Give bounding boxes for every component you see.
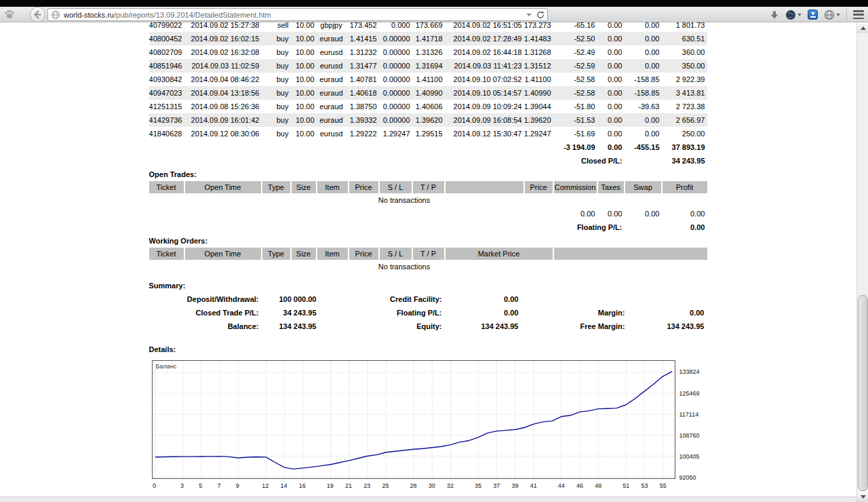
cell: 1.31477 xyxy=(349,59,379,73)
cell: 10.00 xyxy=(291,86,317,100)
cell: 0.00 xyxy=(597,73,625,86)
report-page: 407990222014.09.02 15:27:38sell10.00gbpj… xyxy=(0,22,856,497)
cell: -51.53 xyxy=(553,113,597,127)
vertical-scrollbar[interactable] xyxy=(856,22,868,502)
cell: 0.00 xyxy=(625,127,662,140)
download-button[interactable] xyxy=(770,10,779,20)
cell: euraud xyxy=(317,113,349,127)
summary-label: Margin: xyxy=(521,306,627,320)
summary-label: Floating P/L: xyxy=(319,306,444,320)
cell: 1.39620 xyxy=(524,113,553,127)
summary-value: 0.00 xyxy=(444,292,521,306)
column-header: Price xyxy=(524,181,553,193)
cell: 2 656.97 xyxy=(662,113,707,127)
cell: 1.41483 xyxy=(524,32,553,45)
x-tick-label: 3 xyxy=(176,482,187,489)
x-tick-label: 9 xyxy=(232,482,243,489)
cell: 10.00 xyxy=(291,22,317,32)
cell: -51.69 xyxy=(553,127,597,140)
no-transactions: No transactions xyxy=(149,193,662,207)
x-tick-label: 41 xyxy=(528,482,539,489)
column-header: Type xyxy=(262,248,291,260)
extension-video-download-icon[interactable] xyxy=(808,9,818,20)
balance-line xyxy=(155,372,671,469)
url-bar[interactable]: world-stocks.ru/pub/reports/13.09.2014/D… xyxy=(47,8,548,21)
cell: 0.00 xyxy=(597,100,625,113)
cell: 2014.09.02 16:32:08 xyxy=(184,45,262,59)
url-domain: world-stocks.ru xyxy=(64,11,114,19)
reload-icon[interactable] xyxy=(536,10,545,20)
url-text: world-stocks.ru/pub/reports/13.09.2014/D… xyxy=(64,11,524,19)
chevron-down-icon xyxy=(797,14,802,16)
x-tick-label: 19 xyxy=(325,482,336,489)
hamburger-bar xyxy=(853,14,864,16)
x-tick-label: 37 xyxy=(491,482,502,489)
closed-pl-row: Closed P/L:34 243.95 xyxy=(149,154,707,168)
cell: 10.00 xyxy=(291,100,317,113)
cell: 0.00 xyxy=(625,22,662,32)
cell: 1.40606 xyxy=(412,100,445,113)
cell: -158.85 xyxy=(625,73,662,86)
toolbar-icon-cluster xyxy=(770,7,864,22)
extension-dark-globe-button[interactable] xyxy=(785,9,802,20)
cell: eurusd xyxy=(317,127,349,140)
cell: -158.85 xyxy=(625,86,662,100)
column-header: T / P xyxy=(412,181,445,193)
total-profit: 37 893.19 xyxy=(662,140,707,154)
column-header: Swap xyxy=(625,181,662,193)
download-icon xyxy=(770,10,779,20)
cell: 40930842 xyxy=(149,73,184,86)
cell: 10.00 xyxy=(291,73,317,86)
back-button[interactable] xyxy=(30,7,45,22)
cell: 1.41100 xyxy=(412,73,445,86)
scroll-down-button[interactable] xyxy=(857,491,868,502)
summary-label: Equity: xyxy=(319,320,444,333)
cell: 0.00 xyxy=(662,207,707,220)
menu-button[interactable] xyxy=(853,10,864,19)
paw-extension-icon[interactable] xyxy=(4,9,15,20)
urlbar-dropdown-icon[interactable] xyxy=(526,14,532,16)
summary-label: Credit Facility: xyxy=(319,292,444,306)
cell: gbpjpy xyxy=(317,22,349,32)
cell: -39.63 xyxy=(625,100,662,113)
x-tick-label: 16 xyxy=(297,482,308,489)
cell xyxy=(149,140,524,154)
cell: 0.00 xyxy=(597,86,625,100)
scroll-up-button[interactable] xyxy=(857,22,868,33)
y-tick-label: 100405 xyxy=(679,453,700,460)
cell: 2014.09.09 16:08:54 xyxy=(445,113,524,127)
y-tick-label: 133824 xyxy=(679,368,700,375)
cell: 0.00000 xyxy=(379,73,412,86)
back-arrow-icon xyxy=(31,7,45,22)
summary-label: Deposit/Withdrawal: xyxy=(149,292,261,306)
summary-label: Closed Trade P/L: xyxy=(149,306,261,320)
x-tick-label: 0 xyxy=(149,482,160,489)
x-tick-label: 30 xyxy=(427,482,437,489)
cell: 1.29247 xyxy=(524,127,553,140)
cell: 1.29515 xyxy=(412,127,445,140)
open-trades-title: Open Trades: xyxy=(149,168,708,181)
scrollbar-thumb[interactable] xyxy=(858,295,868,491)
cell: 0.00 xyxy=(597,22,625,32)
summary-label: Free Margin: xyxy=(521,320,627,333)
cell: 2014.09.10 05:14:57 xyxy=(445,86,524,100)
column-header: Ticket xyxy=(149,248,184,260)
cell: 40851946 xyxy=(149,59,184,73)
cell: 40800452 xyxy=(149,32,184,45)
cell: 1.39044 xyxy=(524,100,553,113)
window-bottom-edge xyxy=(0,497,856,502)
trade-row: 408027092014.09.02 16:32:08buy10.00eurus… xyxy=(149,45,707,59)
floating-pl-label: Floating P/L: xyxy=(553,220,625,234)
x-tick-label: 51 xyxy=(620,482,631,489)
cell: 10.00 xyxy=(291,113,317,127)
cell: -65.16 xyxy=(553,22,597,32)
total-swap: -455.15 xyxy=(625,140,662,154)
summary-value: 0.00 xyxy=(627,306,707,320)
cell: 2014.09.02 16:02:15 xyxy=(184,32,262,45)
cell: eurusd xyxy=(317,59,349,73)
url-path: /pub/reports/13.09.2014/DetailedStatemen… xyxy=(114,11,271,19)
cell: 0.00 xyxy=(597,45,625,59)
cell: 173.669 xyxy=(412,22,445,32)
extension-globe-button[interactable] xyxy=(824,9,840,20)
trade-row: 408519462014.09.03 11:02:59buy10.00eurus… xyxy=(149,59,707,73)
